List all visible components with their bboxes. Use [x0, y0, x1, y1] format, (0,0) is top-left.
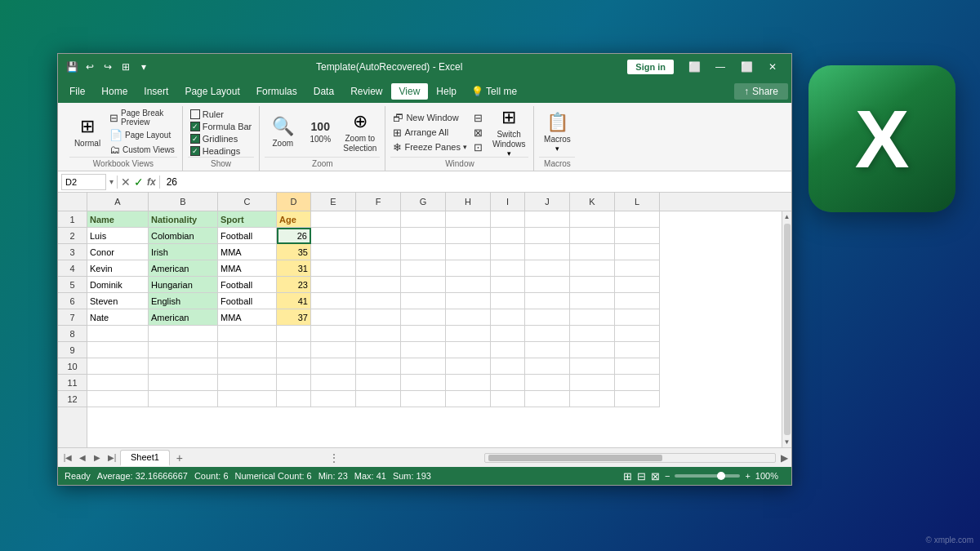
cell-k4[interactable] — [570, 260, 615, 277]
menu-review[interactable]: Review — [342, 83, 390, 100]
cell-l9[interactable] — [615, 342, 660, 358]
cell-ref-dropdown[interactable]: ▾ — [109, 177, 114, 186]
cell-e2[interactable] — [311, 228, 356, 244]
cell-h9[interactable] — [446, 342, 491, 358]
zoom-to-selection-button[interactable]: ⊕ Zoom to Selection — [340, 109, 380, 155]
cell-j11[interactable] — [525, 375, 570, 391]
cell-g3[interactable] — [401, 244, 446, 260]
normal-view-status-icon[interactable]: ⊞ — [623, 470, 632, 482]
cell-f3[interactable] — [356, 244, 401, 260]
new-window-button[interactable]: 🗗 New Window — [390, 111, 469, 125]
cell-g5[interactable] — [401, 277, 446, 293]
menu-view[interactable]: View — [391, 83, 429, 100]
close-button[interactable]: ✕ — [760, 59, 785, 75]
cell-h10[interactable] — [446, 358, 491, 375]
cell-l10[interactable] — [615, 358, 660, 375]
cell-l1[interactable] — [615, 211, 660, 228]
col-header-g[interactable]: G — [401, 193, 446, 211]
cell-c1[interactable]: Sport — [218, 211, 277, 228]
cell-e9[interactable] — [311, 342, 356, 358]
cell-i10[interactable] — [491, 358, 525, 375]
cell-k7[interactable] — [570, 309, 615, 326]
col-header-h[interactable]: H — [446, 193, 491, 211]
cell-j1[interactable] — [525, 211, 570, 228]
cell-c12[interactable] — [218, 391, 277, 407]
cell-g9[interactable] — [401, 342, 446, 358]
cell-d9[interactable] — [277, 342, 311, 358]
cell-e10[interactable] — [311, 358, 356, 375]
cell-a5[interactable]: Dominik — [87, 277, 149, 293]
cell-d10[interactable] — [277, 358, 311, 375]
col-header-d[interactable]: D — [277, 193, 311, 211]
menu-help[interactable]: Help — [428, 83, 465, 100]
cell-h4[interactable] — [446, 260, 491, 277]
cell-k11[interactable] — [570, 375, 615, 391]
cell-j10[interactable] — [525, 358, 570, 375]
row-header-12[interactable]: 12 — [58, 391, 87, 407]
cell-g6[interactable] — [401, 293, 446, 309]
formula-input[interactable] — [163, 174, 788, 190]
cell-i6[interactable] — [491, 293, 525, 309]
col-header-l[interactable]: L — [615, 193, 660, 211]
horizontal-scroll-thumb[interactable] — [488, 455, 662, 461]
cell-b2[interactable]: Colombian — [149, 228, 218, 244]
last-sheet-button[interactable]: ▶| — [105, 451, 118, 464]
cell-e6[interactable] — [311, 293, 356, 309]
row-header-11[interactable]: 11 — [58, 375, 87, 391]
cell-h11[interactable] — [446, 375, 491, 391]
cell-a12[interactable] — [87, 391, 149, 407]
freeze-panes-button[interactable]: ❄ Freeze Panes ▾ — [390, 140, 469, 154]
cell-d7[interactable]: 37 — [277, 309, 311, 326]
cell-e3[interactable] — [311, 244, 356, 260]
custom-views-button[interactable]: 🗂 Custom Views — [107, 143, 177, 157]
cell-g7[interactable] — [401, 309, 446, 326]
cell-i12[interactable] — [491, 391, 525, 407]
row-header-8[interactable]: 8 — [58, 326, 87, 342]
cell-f9[interactable] — [356, 342, 401, 358]
cell-a4[interactable]: Kevin — [87, 260, 149, 277]
cell-g10[interactable] — [401, 358, 446, 375]
cell-f1[interactable] — [356, 211, 401, 228]
cell-a10[interactable] — [87, 358, 149, 375]
headings-checkbox[interactable]: ✓ Headings — [188, 145, 255, 157]
cell-a3[interactable]: Conor — [87, 244, 149, 260]
confirm-formula-icon[interactable]: ✓ — [134, 176, 144, 189]
cell-a11[interactable] — [87, 375, 149, 391]
cell-k1[interactable] — [570, 211, 615, 228]
menu-file[interactable]: File — [61, 83, 93, 100]
maximize-button[interactable]: ⬜ — [734, 59, 759, 75]
cell-j8[interactable] — [525, 326, 570, 342]
zoom-slider[interactable] — [675, 474, 740, 478]
cell-j9[interactable] — [525, 342, 570, 358]
cell-b10[interactable] — [149, 358, 218, 375]
cell-c5[interactable]: Football — [218, 277, 277, 293]
add-sheet-button[interactable]: + — [172, 450, 188, 466]
prev-sheet-button[interactable]: ◀ — [76, 451, 89, 464]
undo-icon[interactable]: ↩ — [82, 60, 97, 74]
cell-d2[interactable]: 26 — [277, 228, 311, 244]
zoom-slider-thumb[interactable] — [717, 472, 725, 480]
menu-formulas[interactable]: Formulas — [248, 83, 305, 100]
cell-l8[interactable] — [615, 326, 660, 342]
cell-f12[interactable] — [356, 391, 401, 407]
cell-j6[interactable] — [525, 293, 570, 309]
cell-g8[interactable] — [401, 326, 446, 342]
split-button[interactable]: ⊟ — [471, 111, 488, 125]
cell-g2[interactable] — [401, 228, 446, 244]
next-sheet-button[interactable]: ▶ — [91, 451, 104, 464]
cell-b8[interactable] — [149, 326, 218, 342]
cell-h7[interactable] — [446, 309, 491, 326]
cell-c6[interactable]: Football — [218, 293, 277, 309]
cell-k5[interactable] — [570, 277, 615, 293]
cell-g4[interactable] — [401, 260, 446, 277]
col-header-i[interactable]: I — [491, 193, 525, 211]
cell-i9[interactable] — [491, 342, 525, 358]
insert-function-icon[interactable]: fx — [147, 176, 156, 188]
row-header-6[interactable]: 6 — [58, 293, 87, 309]
cell-h6[interactable] — [446, 293, 491, 309]
cell-c2[interactable]: Football — [218, 228, 277, 244]
switch-windows-button[interactable]: ⊞ Switch Windows ▾ — [489, 109, 529, 155]
cell-k12[interactable] — [570, 391, 615, 407]
cell-e7[interactable] — [311, 309, 356, 326]
cell-f8[interactable] — [356, 326, 401, 342]
